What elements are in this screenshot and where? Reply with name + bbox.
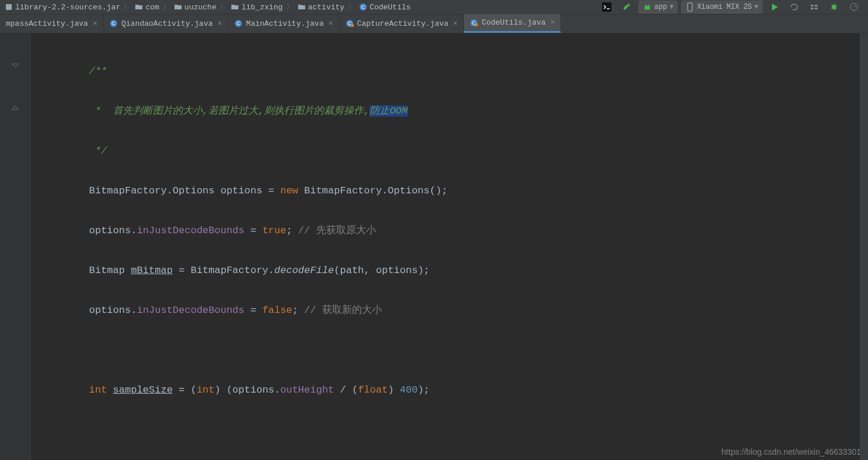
code-text: ) (options.: [214, 384, 280, 396]
svg-rect-7: [811, 8, 814, 9]
class-icon: C: [234, 19, 242, 28]
variable: mBitmap: [131, 265, 172, 276]
code-area[interactable]: /** * 首先判断图片的大小,若图片过大,则执行图片的裁剪操作,防止OOM *…: [30, 33, 860, 460]
tab-label: CodeUtils.java: [481, 18, 545, 27]
svg-rect-0: [6, 4, 12, 10]
close-icon[interactable]: ×: [551, 18, 555, 27]
tab-qiandaoactivity[interactable]: C QiandaoActivity.java ×: [104, 14, 228, 33]
profiler-icon[interactable]: [846, 1, 862, 13]
keyword: int: [197, 384, 215, 396]
svg-text:C: C: [237, 21, 241, 26]
tab-label: CaptureActivity.java: [357, 19, 449, 28]
svg-rect-3: [602, 2, 611, 12]
tab-label: QiandaoActivity.java: [121, 19, 213, 28]
device-label: Xiaomi MIX 2S: [697, 3, 752, 11]
breadcrumb-label: activity: [308, 3, 344, 12]
editor-tabs: mpassActivity.java × C QiandaoActivity.j…: [0, 15, 868, 33]
breadcrumbs: library-2.2-sources.jar 〉 com 〉 uuzuche …: [0, 2, 413, 12]
close-icon[interactable]: ×: [453, 19, 458, 28]
watermark: https://blog.csdn.net/weixin_46633301: [722, 447, 861, 456]
breadcrumb-libzxing[interactable]: lib_zxing: [228, 3, 285, 12]
run-button[interactable]: [766, 1, 782, 13]
close-icon[interactable]: ×: [93, 19, 97, 28]
breadcrumb-label: CodeUtils: [370, 3, 411, 12]
svg-text:C: C: [112, 21, 116, 26]
field: inJustDecodeBounds: [137, 225, 245, 236]
gutter[interactable]: [0, 33, 30, 460]
breadcrumb-label: com: [145, 3, 159, 12]
jar-icon: [5, 3, 13, 11]
device-selector[interactable]: Xiaomi MIX 2S ▼: [681, 1, 763, 13]
tab-captureactivity[interactable]: C CaptureActivity.java ×: [340, 14, 464, 33]
breadcrumb-uuzuche[interactable]: uuzuche: [172, 3, 219, 12]
keyword: new: [280, 185, 298, 196]
method-call: decodeFile: [274, 265, 334, 276]
doc-comment: /**: [89, 66, 107, 77]
svg-point-9: [832, 5, 836, 9]
code-text: =: [244, 305, 262, 316]
folder-icon: [174, 3, 182, 11]
code-text: options.: [89, 305, 137, 316]
variable: sampleSize: [113, 384, 173, 396]
doc-comment: * 首先判断图片的大小,若图片过大,则执行图片的裁剪操作,: [89, 105, 370, 117]
comment: // 获取新的大小: [304, 305, 382, 316]
code-text: ;: [292, 305, 304, 316]
code-text: options.: [89, 225, 137, 236]
folder-icon: [298, 3, 306, 11]
chevron-right-icon: 〉: [285, 2, 295, 12]
svg-rect-4: [688, 3, 692, 11]
svg-rect-6: [815, 5, 818, 6]
navigation-bar: library-2.2-sources.jar 〉 com 〉 uuzuche …: [0, 0, 868, 15]
tab-label: MainActivity.java: [246, 19, 324, 28]
code-text: =: [244, 225, 262, 236]
code-text: BitmapFactory.Options();: [298, 185, 447, 196]
class-icon: C: [359, 3, 367, 11]
tab-mpassactivity[interactable]: mpassActivity.java ×: [0, 14, 104, 33]
debug-button[interactable]: [826, 1, 842, 13]
tab-mainactivity[interactable]: C MainActivity.java ×: [228, 14, 339, 33]
scrollbar[interactable]: [860, 33, 868, 460]
svg-rect-17: [351, 24, 354, 27]
breadcrumb-activity[interactable]: activity: [295, 3, 347, 12]
folder-icon: [135, 3, 143, 11]
chevron-right-icon: 〉: [347, 2, 357, 12]
keyword: false: [262, 305, 292, 316]
android-icon: [643, 2, 652, 12]
close-icon[interactable]: ×: [217, 19, 222, 28]
activity-restart-icon[interactable]: [806, 1, 822, 13]
chevron-right-icon: 〉: [218, 2, 228, 12]
code-text: BitmapFactory.Options options =: [89, 185, 280, 196]
tab-codeutils[interactable]: C CodeUtils.java ×: [464, 14, 561, 33]
svg-rect-20: [475, 23, 478, 26]
keyword: int: [89, 384, 107, 396]
doc-comment: */: [89, 145, 107, 156]
breadcrumb-label: uuzuche: [184, 3, 217, 12]
class-lock-icon: C: [346, 19, 354, 28]
close-icon[interactable]: ×: [329, 19, 333, 28]
field: outHeight: [280, 384, 334, 396]
breadcrumb-label: library-2.2-sources.jar: [15, 3, 120, 12]
code-text: );: [418, 384, 429, 396]
class-lock-icon: C: [470, 19, 478, 27]
chevron-right-icon: 〉: [122, 2, 132, 12]
folder-icon: [231, 3, 239, 11]
code-text: = (: [173, 384, 197, 396]
field: inJustDecodeBounds: [137, 305, 245, 316]
breadcrumb-com[interactable]: com: [132, 3, 161, 12]
svg-text:C: C: [361, 4, 365, 10]
fold-indicator-icon[interactable]: [10, 101, 20, 112]
code-text: ;: [286, 225, 298, 236]
apply-changes-icon[interactable]: [786, 1, 802, 13]
number: 400: [400, 384, 418, 396]
terminal-icon[interactable]: [599, 1, 615, 13]
keyword: float: [358, 384, 388, 396]
svg-rect-5: [811, 5, 814, 6]
fold-indicator-icon[interactable]: [10, 62, 20, 72]
run-config-selector[interactable]: app ▼: [638, 1, 678, 13]
breadcrumb-jar[interactable]: library-2.2-sources.jar: [2, 3, 122, 12]
hammer-icon[interactable]: [618, 1, 635, 13]
breadcrumb-codeutils[interactable]: C CodeUtils: [357, 3, 413, 12]
chevron-down-icon: ▼: [754, 3, 758, 11]
code-text: / (: [334, 384, 358, 396]
tab-label: mpassActivity.java: [6, 19, 88, 28]
